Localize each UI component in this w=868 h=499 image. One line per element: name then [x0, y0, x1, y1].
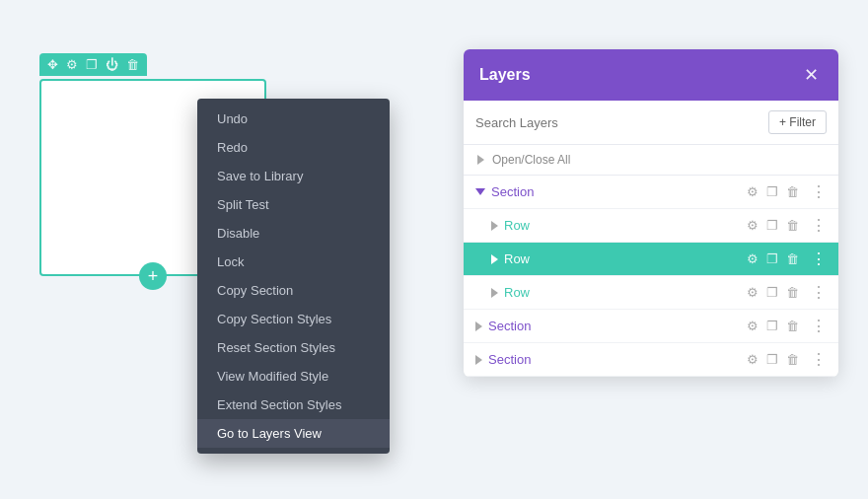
row-chevron-right-icon [491, 288, 498, 298]
layer-row-icons: ⚙ ❐ 🗑 ⋮ [747, 283, 827, 302]
layer-row-row-1[interactable]: Row ⚙ ❐ 🗑 ⋮ [464, 209, 838, 243]
layers-panel: Layers ✕ + Filter Open/Close All Section… [464, 49, 838, 377]
layer-row-section-2[interactable]: Section ⚙ ❐ 🗑 ⋮ [464, 310, 838, 343]
layer-settings-icon[interactable]: ⚙ [747, 184, 759, 199]
layer-row-label: Section [488, 352, 747, 367]
layer-delete-icon[interactable]: 🗑 [786, 319, 799, 333]
layer-delete-icon[interactable]: 🗑 [786, 184, 799, 199]
section-toolbar: ✥ ⚙ ❐ ⏻ 🗑 [39, 53, 147, 76]
open-close-label: Open/Close All [492, 153, 570, 167]
delete-icon[interactable]: 🗑 [126, 57, 139, 72]
layer-row-icons: ⚙ ❐ 🗑 ⋮ [747, 250, 827, 268]
layer-more-icon[interactable]: ⋮ [811, 283, 827, 302]
layer-row-icons: ⚙ ❐ 🗑 ⋮ [747, 350, 827, 369]
layer-delete-icon[interactable]: 🗑 [786, 251, 799, 266]
layer-settings-icon[interactable]: ⚙ [747, 218, 759, 233]
layer-row-label: Section [488, 319, 747, 333]
layer-settings-icon[interactable]: ⚙ [747, 319, 759, 333]
layer-delete-icon[interactable]: 🗑 [786, 285, 799, 300]
layer-row-row-3[interactable]: Row ⚙ ❐ 🗑 ⋮ [464, 276, 838, 310]
row-chevron-right-icon [475, 321, 482, 331]
menu-item-reset-section-styles[interactable]: Reset Section Styles [197, 333, 390, 362]
settings-icon[interactable]: ⚙ [66, 57, 78, 72]
menu-item-lock[interactable]: Lock [197, 248, 390, 276]
layer-delete-icon[interactable]: 🗑 [786, 218, 799, 233]
layer-row-section-3[interactable]: Section ⚙ ❐ 🗑 ⋮ [464, 343, 838, 377]
layer-settings-icon[interactable]: ⚙ [747, 352, 759, 367]
menu-item-go-to-layers-view[interactable]: Go to Layers View [197, 419, 390, 448]
layers-search-input[interactable] [475, 115, 760, 130]
add-button[interactable]: + [139, 262, 167, 290]
menu-item-split-test[interactable]: Split Test [197, 190, 390, 219]
layer-row-label: Row [504, 285, 747, 300]
menu-item-extend-section-styles[interactable]: Extend Section Styles [197, 391, 390, 419]
layer-duplicate-icon[interactable]: ❐ [766, 218, 778, 233]
layer-settings-icon[interactable]: ⚙ [747, 251, 759, 266]
power-icon[interactable]: ⏻ [106, 57, 118, 72]
layer-row-label: Row [504, 251, 747, 266]
row-chevron-right-icon [491, 221, 498, 231]
layers-close-button[interactable]: ✕ [799, 63, 823, 87]
layer-row-icons: ⚙ ❐ 🗑 ⋮ [747, 182, 827, 201]
menu-item-save-to-library[interactable]: Save to Library [197, 162, 390, 190]
layer-duplicate-icon[interactable]: ❐ [766, 285, 778, 300]
layer-delete-icon[interactable]: 🗑 [786, 352, 799, 367]
open-close-chevron-icon [477, 155, 484, 165]
menu-item-undo[interactable]: Undo [197, 105, 390, 133]
layer-more-icon[interactable]: ⋮ [811, 182, 827, 201]
row-chevron-right-icon [491, 254, 498, 264]
open-close-row: Open/Close All [464, 145, 838, 176]
layer-row-icons: ⚙ ❐ 🗑 ⋮ [747, 317, 827, 335]
menu-item-redo[interactable]: Redo [197, 133, 390, 162]
menu-item-copy-section[interactable]: Copy Section [197, 276, 390, 305]
layer-more-icon[interactable]: ⋮ [811, 216, 827, 235]
layer-row-label: Section [491, 184, 747, 199]
layers-title: Layers [479, 66, 531, 84]
layer-duplicate-icon[interactable]: ❐ [766, 251, 778, 266]
layer-settings-icon[interactable]: ⚙ [747, 285, 759, 300]
menu-item-disable[interactable]: Disable [197, 219, 390, 248]
layer-duplicate-icon[interactable]: ❐ [766, 319, 778, 333]
row-chevron-down-icon [475, 188, 485, 195]
layer-row-label: Row [504, 218, 747, 233]
layer-row-section-1[interactable]: Section ⚙ ❐ 🗑 ⋮ [464, 176, 838, 209]
layer-more-icon[interactable]: ⋮ [811, 250, 827, 268]
row-chevron-right-icon [475, 355, 482, 365]
layers-search-row: + Filter [464, 101, 838, 145]
menu-item-copy-section-styles[interactable]: Copy Section Styles [197, 305, 390, 333]
menu-item-view-modified-style[interactable]: View Modified Style [197, 362, 390, 391]
filter-button[interactable]: + Filter [768, 110, 827, 134]
context-menu: Undo Redo Save to Library Split Test Dis… [197, 99, 390, 454]
move-icon[interactable]: ✥ [47, 57, 58, 72]
duplicate-icon[interactable]: ❐ [86, 57, 98, 72]
layer-row-icons: ⚙ ❐ 🗑 ⋮ [747, 216, 827, 235]
layer-duplicate-icon[interactable]: ❐ [766, 352, 778, 367]
layer-more-icon[interactable]: ⋮ [811, 317, 827, 335]
layer-duplicate-icon[interactable]: ❐ [766, 184, 778, 199]
layer-row-row-2[interactable]: Row ⚙ ❐ 🗑 ⋮ [464, 243, 838, 276]
layer-more-icon[interactable]: ⋮ [811, 350, 827, 369]
layers-header: Layers ✕ [464, 49, 838, 101]
